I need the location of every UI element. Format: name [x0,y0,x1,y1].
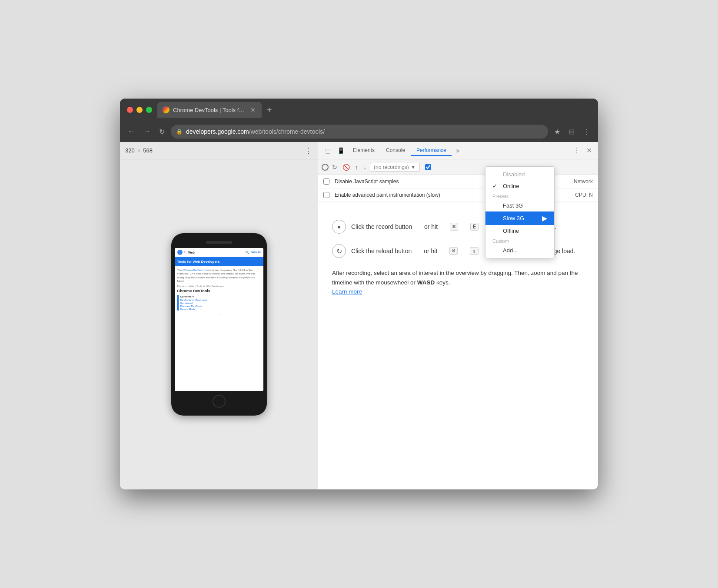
disable-js-samples-checkbox[interactable] [323,178,329,185]
refresh-button[interactable]: ↻ [156,126,167,138]
phone-breadcrumb: Products › Web › Tools for Web Developer… [177,285,261,287]
hamburger-icon: ≡ [184,251,186,254]
cpu-label: CPU: N [575,192,593,198]
tab-title: Chrome DevTools | Tools for W [173,107,246,113]
refresh-recording-button[interactable]: ↻ [330,163,339,172]
forward-button[interactable]: → [141,126,153,137]
device-height: 568 [143,147,153,154]
record-text-before: Click the record button [351,223,412,230]
phone-notch [206,241,232,244]
element-picker-button[interactable]: ⬚ [322,145,334,157]
dropdown-presets-label: Presets [485,192,554,200]
phone-nav: ≡ Web 🔍 SIGN IN [175,248,263,257]
device-menu-button[interactable]: ⋮ [305,146,312,155]
phone-search-icon: 🔍 [245,251,249,254]
dropdown-offline-label: Offline [503,228,519,234]
profile-settings-button[interactable]: ⊟ [566,126,577,138]
upload-button[interactable]: ↑ [353,163,360,172]
screenshots-checkbox[interactable] [425,164,431,170]
record-text-middle: or hit [424,223,438,230]
network-label: Network [574,178,593,185]
address-path: /web/tools/chrome-devtools/ [249,128,325,135]
dropdown-disabled-label: Disabled [503,171,525,178]
recordings-dropdown[interactable]: (no recordings) ▼ [370,163,420,172]
phone-sidebar-link-3: Device Mode [180,308,261,311]
dropdown-custom-label: Custom [485,237,554,244]
bookmark-button[interactable]: ★ [552,126,563,138]
download-button[interactable]: ↓ [362,163,368,172]
reload-text-middle: or hit [424,248,437,254]
lock-icon: 🔒 [176,129,183,135]
main-content: 320 × 568 ⋮ ≡ Web 🔍 [120,142,598,489]
chrome-menu-button[interactable]: ⋮ [581,126,593,138]
phone-alert-text: The #ChromeDevSummit site is live, happe… [177,268,261,283]
new-tab-button[interactable]: + [263,105,276,115]
browser-window: Chrome DevTools | Tools for W ✕ + ← → ↻ … [120,99,598,489]
screenshots-checkbox-area [425,164,431,170]
dropdown-item-online[interactable]: ✓ Online [485,180,554,192]
tab-performance[interactable]: Performance [411,145,452,156]
back-button[interactable]: ← [125,126,137,137]
phone-sidebar-link-2: Discover DevTools [180,305,261,307]
dropdown-item-disabled: Disabled [485,168,554,180]
devtools-toolbar: ↻ 🚫 ↑ ↓ (no recordings) ▼ [318,159,598,175]
phone-frame: ≡ Web 🔍 SIGN IN Tools for Web Developers [171,233,267,416]
paint-instrumentation-checkbox[interactable] [323,192,329,198]
dropdown-slow3g-label: Slow 3G [503,215,524,221]
tab-close-button[interactable]: ✕ [249,106,256,113]
phone-body: The #ChromeDevSummit site is live, happe… [175,266,263,318]
tab-console[interactable]: Console [381,145,410,156]
record-kbd-e: E [470,223,479,231]
minimize-traffic-light[interactable] [136,107,143,113]
phone-hero-title: Tools for Web Developers [177,260,220,264]
phone-page-title: Chrome DevTools [177,289,261,293]
para-text-before: After recording, select an area of inter… [332,270,578,286]
network-control: Network [574,178,593,185]
devtools-settings-button[interactable]: ⋮ [571,146,583,155]
perf-row-js-samples: Disable JavaScript samples Network [318,175,598,188]
tab-favicon [163,106,170,113]
record-kbd-cmd: ⌘ [450,223,458,231]
address-domain: developers.google.com [186,128,249,135]
clear-button[interactable]: 🚫 [341,163,352,172]
phone-sidebar: Contents ∨ DevTools for Beginners Get st… [177,295,261,311]
instruction-area: ● Click the record button or hit ⌘ E to … [318,202,598,489]
phone-nav-title: Web [188,251,243,254]
phone-nav-logo [177,250,183,255]
tab-elements[interactable]: Elements [348,145,380,156]
breadcrumb-tools: Tools for Web Developers [196,285,224,287]
dimension-separator: × [137,147,141,154]
address-bar-row: ← → ↻ 🔒 developers.google.com/web/tools/… [120,121,598,142]
devtools-panel: ⬚ 📱 Elements Console Performance » ⋮ ✕ ↻… [318,142,598,489]
dropdown-item-add[interactable]: Add... [485,244,554,256]
record-button-icon: ● [332,220,346,234]
phone-signin-button: SIGN IN [251,251,260,254]
dropdown-fast3g-label: Fast 3G [503,202,523,209]
para-bold-text: WASD [417,279,435,286]
dropdown-item-offline[interactable]: Offline [485,225,554,237]
reload-kbd-shift: ⇧ [470,247,478,255]
address-bar[interactable]: 🔒 developers.google.com/web/tools/chrome… [171,125,548,139]
dropdown-online-label: Online [503,183,519,189]
close-traffic-light[interactable] [127,107,133,113]
devtools-tabs: ⬚ 📱 Elements Console Performance » ⋮ ✕ [318,142,598,159]
device-size: 320 × 568 [125,147,153,154]
dropdown-item-fast3g[interactable]: Fast 3G [485,200,554,211]
dropdown-item-slow3g[interactable]: Slow 3G ▶ [485,211,554,225]
para-text-end: keys. [435,279,450,286]
tab-area: Chrome DevTools | Tools for W ✕ + [157,102,591,118]
maximize-traffic-light[interactable] [146,107,152,113]
title-bar: Chrome DevTools | Tools for W ✕ + [120,99,598,121]
address-text: developers.google.com/web/tools/chrome-d… [186,128,325,135]
phone-home-button[interactable] [213,395,226,408]
more-tabs-button[interactable]: » [452,147,463,155]
dropdown-online-check: ✓ [492,183,499,189]
reload-kbd-cmd: ⌘ [449,247,458,255]
record-button[interactable] [322,164,329,171]
performance-settings: Disable JavaScript samples Network Enabl… [318,175,598,202]
network-dropdown: Disabled ✓ Online Presets Fast 3G Slow 3… [485,166,555,258]
browser-tab-active[interactable]: Chrome DevTools | Tools for W ✕ [157,102,262,118]
learn-more-link[interactable]: Learn more [332,288,362,295]
devtools-close-button[interactable]: ✕ [584,146,595,155]
device-toggle-button[interactable]: 📱 [335,145,347,157]
